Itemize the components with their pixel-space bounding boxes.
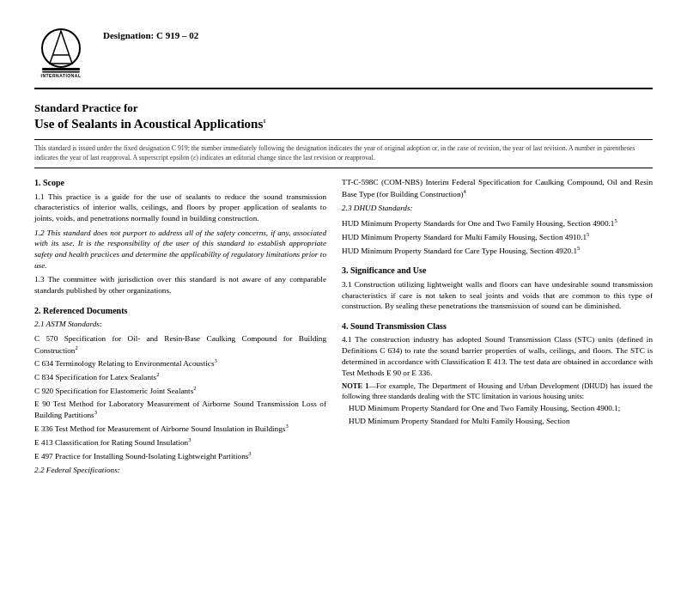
list-item: HUD Minimum Property Standards for One a… [342,217,653,229]
para-4-1: 4.1 The construction industry has adopte… [342,334,653,378]
svg-rect-3 [42,68,80,70]
list-item: C 920 Specification for Elastomeric Join… [34,385,326,397]
astm-refs-list: C 570 Specification for Oil- and Resin-B… [34,333,326,461]
note1-label: NOTE 1 [342,381,368,390]
sub2-3-text: 2.3 DHUD Standards: [342,204,413,212]
left-column: 1. Scope 1.1 This practice is a guide fo… [34,177,326,479]
note1-text: —For example, The Department of Housing … [342,381,653,399]
svg-point-0 [42,29,80,67]
title-superscript: 1 [263,118,265,124]
header: INTERNATIONAL Designation: C 919 – 02 [34,24,653,89]
list-item: E 497 Practice for Installing Sound-Isol… [34,450,326,462]
right-column: TT-C-598C (COM-NBS) Interim Federal Spec… [342,177,653,479]
para-3-1: 3.1 Construction utilizing lightweight w… [342,279,653,312]
list-item: HUD Minimum Property Standard for Multi … [342,416,653,427]
para-3-1-text: 3.1 Construction utilizing lightweight w… [342,280,653,310]
section4-heading: 4. Sound Transmission Class [342,320,653,332]
list-item: C 834 Specification for Latex Sealants2 [34,371,326,383]
sub2-1-text: 2.1 ASTM Standards: [34,320,102,328]
title-line1: Standard Practice for [34,101,653,116]
ttc-ref: TT-C-598C (COM-NBS) Interim Federal Spec… [342,177,653,199]
svg-text:INTERNATIONAL: INTERNATIONAL [41,73,82,77]
page: INTERNATIONAL Designation: C 919 – 02 St… [0,0,687,616]
para-1-3: 1.3 The committee with jurisdiction over… [34,274,326,296]
logo-area: INTERNATIONAL [34,24,88,81]
para-1-3-text: 1.3 The committee with jurisdiction over… [34,275,326,295]
section1-heading: 1. Scope [34,177,326,189]
title-line1-text: Standard Practice for [34,101,138,114]
para-4-1-text: 4.1 The construction industry has adopte… [342,335,653,376]
list-item: C 570 Specification for Oil- and Resin-B… [34,333,326,356]
list-item: HUD Minimum Property Standard for Multi … [342,231,653,243]
content-columns: 1. Scope 1.1 This practice is a guide fo… [34,177,653,479]
dhud-refs-list: HUD Minimum Property Standards for One a… [342,217,653,256]
list-item: HUD Minimum Property Standard for One an… [342,403,653,414]
note1: NOTE 1—For example, The Department of Ho… [342,381,653,426]
title-line2-text: Use of Sealants in Acoustical Applicatio… [34,117,263,131]
sub2-3: 2.3 DHUD Standards: [342,203,653,214]
list-item: HUD Minimum Property Standard for Care T… [342,245,653,257]
designation: Designation: C 919 – 02 [103,24,198,42]
title-line2: Use of Sealants in Acoustical Applicatio… [34,116,653,133]
para-1-1-text: 1.1 This practice is a guide for the use… [34,192,326,223]
notice-text: This standard is issued under the fixed … [34,139,653,168]
list-item: C 634 Terminology Relating to Environmen… [34,357,326,369]
section3-heading: 3. Significance and Use [342,265,653,277]
astm-logo-icon: INTERNATIONAL [34,24,88,77]
sub2-2: 2.2 Federal Specifications: [34,465,326,476]
section2-heading: 2. Referenced Documents [34,305,326,317]
para-1-2-text: 1.2 This standard does not purport to ad… [34,229,326,270]
list-item: E 413 Classification for Rating Sound In… [34,436,326,448]
list-item: E 336 Test Method for Measurement of Air… [34,423,326,435]
title-section: Standard Practice for Use of Sealants in… [34,101,653,132]
list-item: E 90 Test Method for Laboratory Measurem… [34,399,326,421]
para-1-1: 1.1 This practice is a guide for the use… [34,192,326,224]
sub2-1: 2.1 ASTM Standards: [34,319,326,330]
sub2-2-text: 2.2 Federal Specifications: [34,466,120,474]
para-1-2: 1.2 This standard does not purport to ad… [34,228,326,271]
svg-marker-1 [50,31,72,64]
